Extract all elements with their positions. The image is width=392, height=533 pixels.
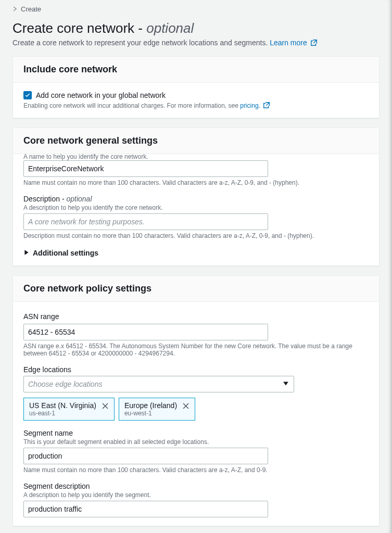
- edge-locations-select[interactable]: [23, 376, 294, 392]
- breadcrumb-current: Create: [21, 5, 41, 13]
- page-subtitle: Create a core network to represent your …: [12, 39, 380, 47]
- panel-title: Include core network: [13, 57, 379, 83]
- name-constraint: Name must contain no more than 100 chara…: [23, 179, 369, 186]
- core-network-name-input[interactable]: [23, 160, 268, 177]
- caret-down-icon: [283, 380, 289, 388]
- external-link-icon: [263, 101, 270, 109]
- policy-settings-panel: Core network policy settings ASN range A…: [12, 275, 380, 526]
- segment-description-label: Segment description: [23, 482, 369, 490]
- remove-tag-button[interactable]: [182, 402, 189, 411]
- segment-description-helper: A description to help you identify the s…: [23, 491, 369, 499]
- learn-more-link[interactable]: Learn more: [270, 39, 317, 47]
- segment-name-label: Segment name: [23, 429, 369, 437]
- include-helper: Enabling core network will incur additio…: [23, 101, 369, 109]
- edge-location-tag: US East (N. Virginia) us-east-1: [23, 398, 115, 421]
- panel-title: Core network general settings: [13, 128, 379, 154]
- checkbox-label: Add core network in your global network: [36, 91, 166, 99]
- asn-helper: ASN range e.x 64512 - 65534. The Autonom…: [23, 342, 369, 357]
- core-network-description-input[interactable]: [23, 213, 268, 230]
- name-helper-top: A name to help you identify the core net…: [23, 153, 369, 160]
- chevron-right-icon: [12, 5, 18, 13]
- general-settings-panel: Core network general settings A name to …: [12, 128, 380, 266]
- additional-settings-expander[interactable]: Additional settings: [23, 249, 369, 257]
- segment-name-input[interactable]: [23, 448, 268, 464]
- segment-name-helper: This is your default segment enabled in …: [23, 438, 369, 446]
- description-helper: A description to help you identify the c…: [23, 204, 369, 211]
- remove-tag-button[interactable]: [102, 402, 109, 411]
- breadcrumb: Create: [12, 5, 380, 13]
- description-label: Description - optional: [23, 195, 369, 203]
- caret-right-icon: [23, 249, 30, 257]
- panel-title: Core network policy settings: [13, 276, 379, 302]
- segment-name-constraint: Name must contain no more than 100 chara…: [23, 466, 369, 474]
- pricing-link[interactable]: pricing.: [240, 102, 260, 109]
- include-core-network-panel: Include core network Add core network in…: [12, 56, 380, 118]
- external-link-icon: [310, 39, 318, 46]
- asn-range-label: ASN range: [23, 312, 369, 321]
- description-constraint: Description must contain no more than 10…: [23, 232, 369, 239]
- edge-location-tag: Europe (Ireland) eu-west-1: [119, 398, 195, 421]
- page-title: Create core network - optional: [12, 20, 380, 36]
- asn-range-input[interactable]: [23, 324, 268, 340]
- edge-locations-label: Edge locations: [23, 365, 369, 374]
- add-core-network-checkbox[interactable]: [23, 91, 32, 99]
- segment-description-input[interactable]: [23, 501, 268, 517]
